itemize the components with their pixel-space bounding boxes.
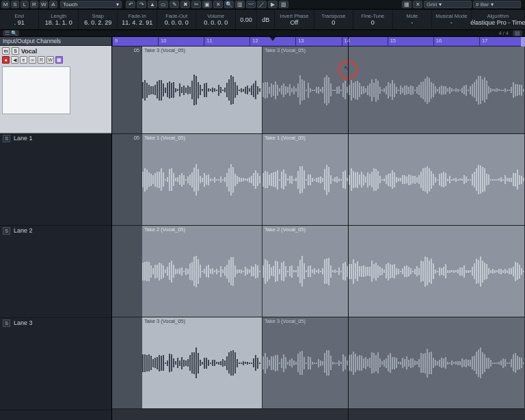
show-lanes-btn[interactable]: ▦ [55,56,63,64]
param-volume[interactable]: Volume0. 0. 0. 0 [196,10,235,29]
btn-a[interactable]: A [49,1,57,8]
ruler-tick: 17 [479,37,480,47]
monitor-btn[interactable]: ◀ [11,56,18,64]
tool-scissors-icon[interactable]: ✂ [191,1,201,8]
audio-clip[interactable]: Take 3 (Vocal_05) [142,47,262,133]
lane-panel-3[interactable]: S Lane 3 [0,318,111,410]
filter-key-icon[interactable]: ☰ 🔍 [3,30,19,36]
btn-m[interactable]: M [1,1,10,8]
track-vocal[interactable]: m S Vocal ● ◀ e ∞ R W ▦ [0,46,111,133]
lane-solo-btn[interactable]: S [3,319,10,327]
param-snap[interactable]: Snap6. 0. 2. 29 [79,10,118,29]
filter-collapse-icon[interactable]: ▤ [513,30,522,36]
snap-cross-icon[interactable]: ✕ [413,1,422,8]
param-transpose[interactable]: Transpose0 [314,10,353,29]
btn-s[interactable]: S [11,1,19,8]
track-lane-2[interactable]: Take 2 (Vocal_05) Take 2 (Vocal_05) [112,226,525,317]
waveform [262,253,348,289]
clip-label: Take 1 (Vocal_05) [144,135,185,141]
clip-label: Take 3 (Vocal_05) [265,47,306,53]
tool-color-icon[interactable]: ▨ [279,1,288,8]
ruler-end-cap [521,37,525,47]
ruler-bar-number: 13 [298,38,304,44]
track-mute-btn[interactable]: m [2,47,10,55]
edit-channel-btn[interactable]: e [20,56,27,64]
track-lane-main[interactable]: 05 Take 3 (Vocal_05) Take 3 (Vocal_05) [112,47,525,134]
tool-erase-icon[interactable]: ✖ [180,1,190,8]
audio-clip[interactable] [349,226,525,317]
tool-range-icon[interactable]: ▭ [159,1,168,8]
audio-clip[interactable]: Take 2 (Vocal_05) [262,226,349,317]
bar-select[interactable]: # Bar ▾ [473,1,521,8]
timeline-ruler[interactable]: 91011121314151617 [112,37,525,47]
param-volume-db[interactable]: 0.00 [236,10,257,29]
ruler-tick: 16 [433,37,434,47]
top-toolbar: M S L R W A Touch ▾ ↶ ↷ ▲ ▭ ✎ ✖ ✂ ▣ ✕ 🔍 … [0,0,525,10]
audio-clip[interactable]: Take 3 (Vocal_05) [262,47,349,133]
snap-toggle-icon[interactable]: ▦ [402,1,412,8]
audio-clip[interactable] [349,317,525,408]
audio-clip[interactable]: Take 1 (Vocal_05) [142,134,262,225]
btn-l[interactable]: L [21,1,29,8]
audio-clip[interactable]: Take 2 (Vocal_05) [142,226,262,317]
write-auto-btn[interactable]: W [46,56,54,64]
audio-clip[interactable]: Take 3 (Vocal_05) [262,317,349,408]
track-lane-1[interactable]: .05 Take 1 (Vocal_05) Take 1 (Vocal_05) [112,134,525,226]
param-end[interactable]: End. 91 [0,10,39,29]
tool-mute-icon[interactable]: ✕ [213,1,223,8]
param-mute[interactable]: Mute- [393,10,432,29]
param-fadeout[interactable]: Fade-Out0. 0. 0. 0 [157,10,196,29]
automation-mode-select[interactable]: Touch ▾ [60,1,122,8]
tool-zoom-icon[interactable]: 🔍 [224,1,234,8]
audio-clip[interactable] [349,47,525,133]
waveform [349,345,524,381]
track-lane-3[interactable]: Take 3 (Vocal_05) Take 3 (Vocal_05) [112,317,525,409]
waveform [349,161,524,198]
tool-glue-icon[interactable]: ▣ [202,1,212,8]
param-length[interactable]: Length18. 1. 1. 0 [39,10,78,29]
io-channels-header[interactable]: Input/Output Channels [0,37,111,46]
waveform [262,74,348,106]
read-auto-btn[interactable]: R [38,56,45,64]
lane-name: Lane 1 [14,135,33,142]
clip-label: Take 3 (Vocal_05) [144,318,185,324]
ruler-bar-number: 17 [482,38,487,44]
tool-warp-icon[interactable]: 〰 [246,1,256,8]
param-invert[interactable]: Invert PhaseOff [275,10,314,29]
tool-comp-icon[interactable]: ▥ [235,1,245,8]
chevron-down-icon: ▾ [439,1,442,8]
playhead-marker-icon[interactable] [269,37,276,41]
param-musical[interactable]: Musical Mode- [432,10,471,29]
lane-solo-btn[interactable]: S [3,135,10,142]
pre-clip-label: .05 [133,135,139,141]
lane-panel-2[interactable]: S Lane 2 [0,226,111,318]
param-finetune[interactable]: Fine-Tune0 [353,10,392,29]
lane-panel-1[interactable]: S Lane 1 [0,133,111,226]
track-solo-btn[interactable]: S [12,47,19,55]
tool-line-icon[interactable]: ／ [257,1,267,8]
tool-undo-icon[interactable]: ↶ [126,1,135,8]
arrange-view[interactable]: 91011121314151617 05 Take 3 (Vocal_05) T… [112,37,525,420]
grid-type-select[interactable]: Grid ▾ [424,1,472,8]
playhead-line[interactable] [348,37,349,420]
btn-r[interactable]: R [30,1,38,8]
audio-clip[interactable]: Take 1 (Vocal_05) [262,134,349,225]
tool-draw-icon[interactable]: ✎ [170,1,179,8]
automation-buttons: M S L R W A [1,1,57,8]
lane-solo-btn[interactable]: S [3,227,10,235]
record-enable-btn[interactable]: ● [2,56,10,64]
tool-redo-icon[interactable]: ↷ [137,1,146,8]
blank-insert-slot[interactable] [2,66,70,114]
param-fadein[interactable]: Fade-In11. 4. 2. 91 [118,10,157,29]
audio-clip[interactable]: Take 3 (Vocal_05) [142,317,262,408]
pre-clip-strip: 05 [112,47,142,133]
btn-w[interactable]: W [40,1,48,8]
ruler-bar-number: 14 [345,38,350,44]
clip-label: Take 2 (Vocal_05) [265,226,306,233]
tool-play-icon[interactable]: ▶ [268,1,278,8]
audio-clip[interactable] [349,134,525,225]
loop-btn[interactable]: ∞ [29,56,36,64]
tool-pointer-icon[interactable]: ▲ [148,1,157,8]
bar-label: # Bar [476,1,489,8]
param-algorithm[interactable]: Algorithmélastique Pro - Time [472,10,525,29]
